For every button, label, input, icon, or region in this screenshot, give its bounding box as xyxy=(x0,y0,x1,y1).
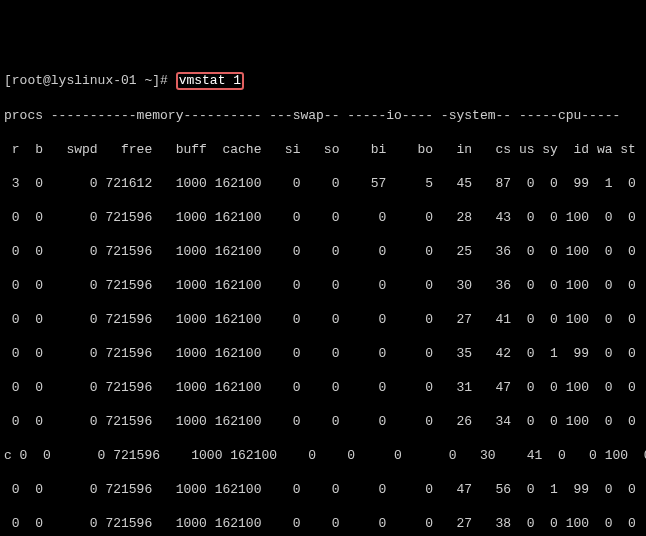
vmstat-row: 0 0 0 721596 1000 162100 0 0 0 0 35 42 0… xyxy=(4,345,642,362)
vmstat-header-groups: procs -----------memory---------- ---swa… xyxy=(4,107,642,124)
vmstat-row: 0 0 0 721596 1000 162100 0 0 0 0 30 36 0… xyxy=(4,277,642,294)
vmstat-row: 0 0 0 721596 1000 162100 0 0 0 0 26 34 0… xyxy=(4,413,642,430)
vmstat-row: 0 0 0 721596 1000 162100 0 0 0 0 31 47 0… xyxy=(4,379,642,396)
vmstat-row: 0 0 0 721596 1000 162100 0 0 0 0 25 36 0… xyxy=(4,243,642,260)
vmstat-row: c 0 0 0 721596 1000 162100 0 0 0 0 30 41… xyxy=(4,447,642,464)
vmstat-row: 0 0 0 721596 1000 162100 0 0 0 0 47 56 0… xyxy=(4,481,642,498)
command-text: vmstat 1 xyxy=(179,73,241,88)
prompt-line: [root@lyslinux-01 ~]# vmstat 1 xyxy=(4,72,642,90)
vmstat-row: 0 0 0 721596 1000 162100 0 0 0 0 27 41 0… xyxy=(4,311,642,328)
vmstat-row: 3 0 0 721612 1000 162100 0 0 57 5 45 87 … xyxy=(4,175,642,192)
command-highlight: vmstat 1 xyxy=(176,72,244,90)
vmstat-row: 0 0 0 721596 1000 162100 0 0 0 0 28 43 0… xyxy=(4,209,642,226)
shell-prompt: [root@lyslinux-01 ~]# xyxy=(4,73,168,88)
vmstat-row: 0 0 0 721596 1000 162100 0 0 0 0 27 38 0… xyxy=(4,515,642,532)
vmstat-header-cols: r b swpd free buff cache si so bi bo in … xyxy=(4,141,642,158)
